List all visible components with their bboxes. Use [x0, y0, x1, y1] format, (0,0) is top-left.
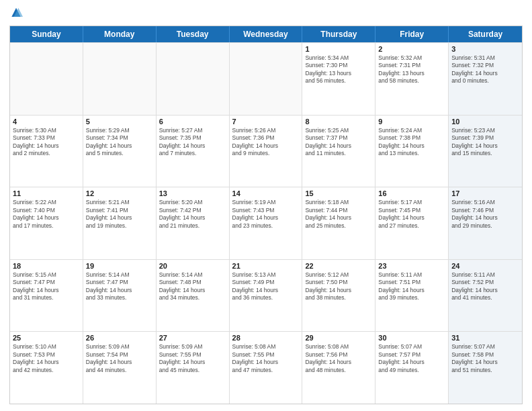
day-cell-25: 25Sunrise: 5:10 AM Sunset: 7:53 PM Dayli… — [10, 332, 83, 404]
calendar: SundayMondayTuesdayWednesdayThursdayFrid… — [9, 26, 523, 404]
day-number: 30 — [378, 334, 445, 342]
day-cell-30: 30Sunrise: 5:07 AM Sunset: 7:57 PM Dayli… — [375, 332, 449, 404]
day-number: 11 — [13, 189, 80, 197]
day-number: 13 — [159, 189, 226, 197]
empty-cell-0-3 — [230, 43, 303, 115]
day-info: Sunrise: 5:09 AM Sunset: 7:54 PM Dayligh… — [86, 343, 153, 374]
day-number: 19 — [86, 262, 153, 270]
day-number: 24 — [451, 262, 519, 270]
day-cell-13: 13Sunrise: 5:20 AM Sunset: 7:42 PM Dayli… — [157, 187, 230, 259]
day-info: Sunrise: 5:15 AM Sunset: 7:47 PM Dayligh… — [13, 271, 80, 302]
day-cell-23: 23Sunrise: 5:11 AM Sunset: 7:51 PM Dayli… — [375, 260, 449, 332]
day-info: Sunrise: 5:11 AM Sunset: 7:51 PM Dayligh… — [378, 271, 445, 302]
day-header-thursday: Thursday — [302, 26, 375, 42]
day-cell-11: 11Sunrise: 5:22 AM Sunset: 7:40 PM Dayli… — [10, 187, 83, 259]
day-info: Sunrise: 5:23 AM Sunset: 7:39 PM Dayligh… — [451, 127, 519, 158]
day-cell-14: 14Sunrise: 5:19 AM Sunset: 7:43 PM Dayli… — [230, 187, 303, 259]
day-cell-5: 5Sunrise: 5:29 AM Sunset: 7:34 PM Daylig… — [83, 116, 157, 187]
day-number: 17 — [451, 189, 519, 197]
day-info: Sunrise: 5:34 AM Sunset: 7:30 PM Dayligh… — [305, 54, 372, 85]
day-info: Sunrise: 5:21 AM Sunset: 7:41 PM Dayligh… — [86, 199, 153, 230]
day-header-sunday: Sunday — [10, 26, 83, 42]
calendar-row-3: 18Sunrise: 5:15 AM Sunset: 7:47 PM Dayli… — [10, 259, 522, 332]
day-info: Sunrise: 5:18 AM Sunset: 7:44 PM Dayligh… — [305, 199, 372, 230]
day-number: 3 — [451, 45, 519, 53]
header — [9, 7, 523, 20]
day-cell-4: 4Sunrise: 5:30 AM Sunset: 7:33 PM Daylig… — [10, 116, 83, 187]
day-number: 29 — [305, 334, 372, 342]
day-info: Sunrise: 5:19 AM Sunset: 7:43 PM Dayligh… — [232, 199, 300, 230]
day-info: Sunrise: 5:25 AM Sunset: 7:37 PM Dayligh… — [305, 127, 372, 158]
day-cell-31: 31Sunrise: 5:07 AM Sunset: 7:58 PM Dayli… — [449, 332, 522, 404]
day-cell-3: 3Sunrise: 5:31 AM Sunset: 7:32 PM Daylig… — [449, 43, 522, 115]
day-info: Sunrise: 5:08 AM Sunset: 7:55 PM Dayligh… — [232, 343, 300, 374]
day-number: 21 — [232, 262, 300, 270]
day-cell-27: 27Sunrise: 5:09 AM Sunset: 7:55 PM Dayli… — [157, 332, 230, 404]
day-info: Sunrise: 5:07 AM Sunset: 7:57 PM Dayligh… — [378, 343, 445, 374]
day-cell-2: 2Sunrise: 5:32 AM Sunset: 7:31 PM Daylig… — [375, 43, 449, 115]
day-number: 28 — [232, 334, 300, 342]
day-info: Sunrise: 5:12 AM Sunset: 7:50 PM Dayligh… — [305, 271, 372, 302]
day-cell-24: 24Sunrise: 5:11 AM Sunset: 7:52 PM Dayli… — [449, 260, 522, 332]
day-info: Sunrise: 5:16 AM Sunset: 7:46 PM Dayligh… — [451, 199, 519, 230]
day-number: 23 — [378, 262, 445, 270]
day-info: Sunrise: 5:32 AM Sunset: 7:31 PM Dayligh… — [378, 54, 445, 85]
day-number: 22 — [305, 262, 372, 270]
calendar-row-4: 25Sunrise: 5:10 AM Sunset: 7:53 PM Dayli… — [10, 331, 522, 404]
day-number: 1 — [305, 45, 372, 53]
day-info: Sunrise: 5:26 AM Sunset: 7:36 PM Dayligh… — [232, 127, 300, 158]
day-info: Sunrise: 5:10 AM Sunset: 7:53 PM Dayligh… — [13, 343, 80, 374]
day-cell-22: 22Sunrise: 5:12 AM Sunset: 7:50 PM Dayli… — [302, 260, 375, 332]
day-header-friday: Friday — [375, 26, 449, 42]
day-number: 26 — [86, 334, 153, 342]
day-info: Sunrise: 5:14 AM Sunset: 7:47 PM Dayligh… — [86, 271, 153, 302]
calendar-row-2: 11Sunrise: 5:22 AM Sunset: 7:40 PM Dayli… — [10, 187, 522, 259]
day-cell-10: 10Sunrise: 5:23 AM Sunset: 7:39 PM Dayli… — [449, 116, 522, 187]
day-number: 12 — [86, 189, 153, 197]
day-info: Sunrise: 5:13 AM Sunset: 7:49 PM Dayligh… — [232, 271, 300, 302]
day-number: 15 — [305, 189, 372, 197]
logo — [9, 7, 26, 20]
day-info: Sunrise: 5:14 AM Sunset: 7:48 PM Dayligh… — [159, 271, 226, 302]
day-cell-26: 26Sunrise: 5:09 AM Sunset: 7:54 PM Dayli… — [83, 332, 157, 404]
day-header-tuesday: Tuesday — [157, 26, 230, 42]
day-info: Sunrise: 5:30 AM Sunset: 7:33 PM Dayligh… — [13, 127, 80, 158]
day-info: Sunrise: 5:17 AM Sunset: 7:45 PM Dayligh… — [378, 199, 445, 230]
day-number: 7 — [232, 118, 300, 126]
day-cell-21: 21Sunrise: 5:13 AM Sunset: 7:49 PM Dayli… — [230, 260, 303, 332]
day-info: Sunrise: 5:22 AM Sunset: 7:40 PM Dayligh… — [13, 199, 80, 230]
day-number: 6 — [159, 118, 226, 126]
day-cell-20: 20Sunrise: 5:14 AM Sunset: 7:48 PM Dayli… — [157, 260, 230, 332]
day-cell-16: 16Sunrise: 5:17 AM Sunset: 7:45 PM Dayli… — [375, 187, 449, 259]
day-cell-15: 15Sunrise: 5:18 AM Sunset: 7:44 PM Dayli… — [302, 187, 375, 259]
calendar-header: SundayMondayTuesdayWednesdayThursdayFrid… — [10, 26, 522, 42]
day-number: 16 — [378, 189, 445, 197]
day-info: Sunrise: 5:11 AM Sunset: 7:52 PM Dayligh… — [451, 271, 519, 302]
day-cell-6: 6Sunrise: 5:27 AM Sunset: 7:35 PM Daylig… — [157, 116, 230, 187]
page: SundayMondayTuesdayWednesdayThursdayFrid… — [0, 0, 532, 411]
day-cell-1: 1Sunrise: 5:34 AM Sunset: 7:30 PM Daylig… — [302, 43, 375, 115]
day-number: 4 — [13, 118, 80, 126]
day-cell-7: 7Sunrise: 5:26 AM Sunset: 7:36 PM Daylig… — [230, 116, 303, 187]
day-cell-12: 12Sunrise: 5:21 AM Sunset: 7:41 PM Dayli… — [83, 187, 157, 259]
day-number: 10 — [451, 118, 519, 126]
day-cell-8: 8Sunrise: 5:25 AM Sunset: 7:37 PM Daylig… — [302, 116, 375, 187]
day-cell-18: 18Sunrise: 5:15 AM Sunset: 7:47 PM Dayli… — [10, 260, 83, 332]
day-info: Sunrise: 5:07 AM Sunset: 7:58 PM Dayligh… — [451, 343, 519, 374]
day-cell-9: 9Sunrise: 5:24 AM Sunset: 7:38 PM Daylig… — [375, 116, 449, 187]
day-info: Sunrise: 5:08 AM Sunset: 7:56 PM Dayligh… — [305, 343, 372, 374]
day-number: 27 — [159, 334, 226, 342]
empty-cell-0-2 — [157, 43, 230, 115]
day-number: 18 — [13, 262, 80, 270]
day-cell-17: 17Sunrise: 5:16 AM Sunset: 7:46 PM Dayli… — [449, 187, 522, 259]
day-number: 9 — [378, 118, 445, 126]
calendar-row-0: 1Sunrise: 5:34 AM Sunset: 7:30 PM Daylig… — [10, 42, 522, 115]
day-number: 25 — [13, 334, 80, 342]
day-cell-29: 29Sunrise: 5:08 AM Sunset: 7:56 PM Dayli… — [302, 332, 375, 404]
day-info: Sunrise: 5:29 AM Sunset: 7:34 PM Dayligh… — [86, 127, 153, 158]
day-number: 2 — [378, 45, 445, 53]
calendar-row-1: 4Sunrise: 5:30 AM Sunset: 7:33 PM Daylig… — [10, 115, 522, 187]
day-info: Sunrise: 5:31 AM Sunset: 7:32 PM Dayligh… — [451, 54, 519, 85]
day-header-monday: Monday — [83, 26, 157, 42]
day-cell-19: 19Sunrise: 5:14 AM Sunset: 7:47 PM Dayli… — [83, 260, 157, 332]
